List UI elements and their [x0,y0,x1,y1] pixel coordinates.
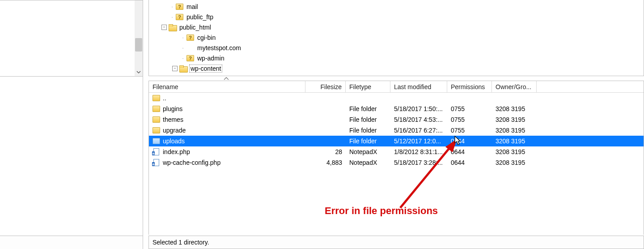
file-rows: .. plugins File folder 5/18/2017 1:50:..… [149,93,644,168]
collapse-icon[interactable]: − [161,25,167,30]
file-name: .. [163,94,166,102]
list-item[interactable]: plugins File folder 5/18/2017 1:50:... 0… [149,103,644,114]
header-permissions[interactable]: Permissions [447,81,492,92]
header-owner-group[interactable]: Owner/Gro... [492,81,537,92]
file-owner: 3208 3195 [492,116,537,123]
tree-connector-icon: · [179,34,186,41]
file-size: 28 [305,148,346,155]
tree-item-label: mytestspot.com [196,44,242,52]
question-folder-icon: ? [186,34,194,41]
tree-item-label: mail [186,3,199,10]
tree-item[interactable]: − public_html [149,22,644,32]
file-name: plugins [163,105,182,112]
header-filename[interactable]: Filename [149,81,305,92]
folder-icon [153,116,160,123]
folder-icon [179,65,187,72]
question-folder-icon: ? [186,55,194,61]
scrollbar-down-arrow[interactable] [135,68,143,76]
file-type: File folder [346,137,390,145]
folder-icon [153,137,160,145]
file-type: NotepadX [346,159,390,166]
file-owner: 3208 3195 [492,137,537,145]
tree-item[interactable]: − wp-content [149,63,644,73]
status-text: Selected 1 directory. [153,239,209,246]
file-permissions: 0755 [447,116,492,123]
mouse-cursor-icon [454,136,462,146]
question-folder-icon: ? [176,14,183,20]
file-name: index.php [163,148,190,155]
file-name: uploads [163,137,185,145]
tree-item-label: public_html [178,24,212,31]
list-item[interactable]: themes File folder 5/18/2017 4:53:... 07… [149,114,644,125]
file-modified: 5/18/2017 3:28:... [390,159,447,166]
folder-icon [153,94,160,102]
file-modified: 5/12/2017 12:0... [390,137,447,145]
header-filesize[interactable]: Filesize [305,81,346,92]
file-owner: 3208 3195 [492,159,537,166]
scrollbar-track[interactable] [135,0,143,76]
file-modified: 5/16/2017 6:27:... [390,127,447,134]
local-tree-panel [0,0,143,76]
column-headers[interactable]: Filename Filesize Filetype Last modified… [149,81,644,93]
local-file-panel [0,76,143,236]
file-name: wp-cache-config.php [163,159,220,166]
file-modified: 5/18/2017 1:50:... [390,105,447,112]
list-item[interactable]: uploads File folder 5/12/2017 12:0... 07… [149,136,644,146]
tree-item-label: public_ftp [186,13,214,21]
file-type: File folder [346,105,390,112]
tree-item[interactable]: · ? wp-admin [149,53,644,63]
file-permissions: 0744 [447,137,492,145]
file-type: File folder [346,127,390,134]
list-item[interactable]: upgrade File folder 5/16/2017 6:27:... 0… [149,125,644,136]
list-item[interactable]: .. [149,93,644,103]
scrollbar-thumb[interactable] [135,38,142,52]
php-file-icon: a [153,148,160,155]
tree-item-label: cgi-bin [196,34,216,41]
tree-item[interactable]: · ? mail [149,1,644,12]
remote-status-bar: Selected 1 directory. [148,236,644,249]
file-permissions: 0755 [447,127,492,134]
file-owner: 3208 3195 [492,105,537,112]
question-folder-icon: ? [176,4,183,10]
remote-tree-panel[interactable]: · ? mail · ? public_ftp − public_html · … [148,0,644,76]
tree-connector-icon: · [169,3,176,10]
file-type: File folder [346,116,390,123]
tree-connector-icon: · [179,55,186,61]
file-name: upgrade [163,127,186,134]
folder-icon [153,127,160,134]
tree-item-label: wp-content [189,64,222,73]
file-size: 4,883 [305,159,346,166]
file-owner: 3208 3195 [492,127,537,134]
file-owner: 3208 3195 [492,148,537,155]
tree-item-label: wp-admin [196,55,225,62]
tree-item[interactable]: · mytestspot.com [149,43,644,53]
file-modified: 5/18/2017 4:53:... [390,116,447,123]
local-status-bar [0,236,143,249]
tree-item[interactable]: · ? public_ftp [149,12,644,22]
tree-item[interactable]: · ? cgi-bin [149,32,644,43]
file-type: NotepadX [346,148,390,155]
collapse-icon[interactable]: − [172,66,178,71]
header-last-modified[interactable]: Last modified [390,81,447,92]
annotation-text: Error in file permissions [325,205,438,217]
header-filetype[interactable]: Filetype [346,81,390,92]
list-item[interactable]: awp-cache-config.php 4,883 NotepadX 5/18… [149,157,644,168]
tree-connector-icon: · [179,44,186,51]
file-permissions: 0755 [447,105,492,112]
tree-connector-icon: · [169,13,176,20]
file-modified: 1/8/2012 8:31:1... [390,148,447,155]
file-permissions: 0644 [447,159,492,166]
file-permissions: 0644 [447,148,492,155]
list-item[interactable]: aindex.php 28 NotepadX 1/8/2012 8:31:1..… [149,146,644,157]
sort-indicator [148,77,644,81]
folder-icon [169,24,176,30]
folder-icon [153,105,160,112]
php-file-icon: a [153,159,160,166]
file-name: themes [163,116,183,123]
